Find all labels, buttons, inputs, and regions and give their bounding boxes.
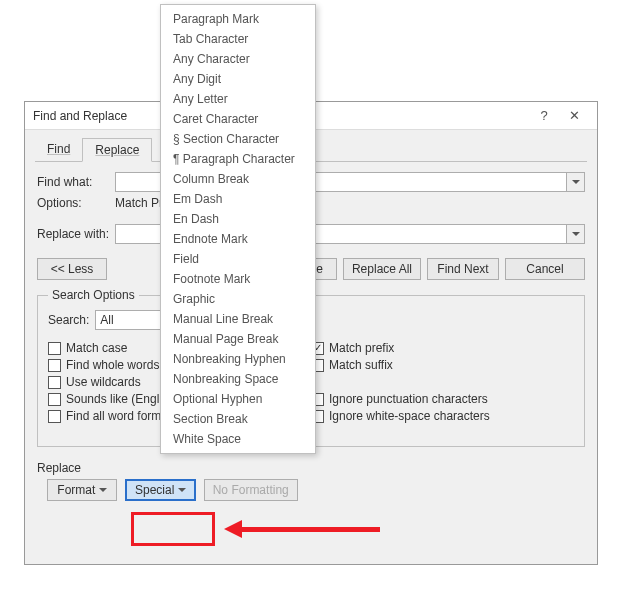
chevron-down-icon <box>99 488 107 492</box>
checkbox-ignore-white-space-characters[interactable]: Ignore white-space characters <box>311 409 574 423</box>
options-label: Options: <box>37 196 115 210</box>
special-menu-item[interactable]: Section Break <box>161 409 315 429</box>
search-direction-label: Search: <box>48 313 89 327</box>
checkbox-label: Ignore white-space characters <box>329 409 490 423</box>
checkbox-box <box>48 359 61 372</box>
checkbox-ignore-punctuation-characters[interactable]: Ignore punctuation characters <box>311 392 574 406</box>
special-menu-item[interactable]: En Dash <box>161 209 315 229</box>
find-next-button[interactable]: Find Next <box>427 258 499 280</box>
special-menu-item[interactable]: Paragraph Mark <box>161 9 315 29</box>
special-button[interactable]: Special <box>125 479 196 501</box>
special-menu-item[interactable]: Nonbreaking Hyphen <box>161 349 315 369</box>
cancel-button[interactable]: Cancel <box>505 258 585 280</box>
less-button[interactable]: << Less <box>37 258 107 280</box>
chevron-down-icon <box>572 232 580 236</box>
replace-with-label: Replace with: <box>37 227 115 241</box>
replace-format-section: Replace Format Special No Formatting <box>37 461 585 501</box>
checkbox-match-prefix[interactable]: ✓Match prefix <box>311 341 574 355</box>
checkbox-box <box>48 342 61 355</box>
special-menu-item[interactable]: Manual Page Break <box>161 329 315 349</box>
chevron-down-icon <box>178 488 186 492</box>
special-menu-item[interactable]: Graphic <box>161 289 315 309</box>
checkbox-label: Ignore punctuation characters <box>329 392 488 406</box>
special-menu-item[interactable]: Any Digit <box>161 69 315 89</box>
special-menu-item[interactable]: Field <box>161 249 315 269</box>
special-menu-item[interactable]: Column Break <box>161 169 315 189</box>
checkbox-label: Match suffix <box>329 358 393 372</box>
replace-with-dropdown[interactable] <box>566 225 584 243</box>
chevron-down-icon <box>572 180 580 184</box>
search-options-right-col: ✓Match prefixMatch suffixIgnore punctuat… <box>311 338 574 426</box>
checkbox-box <box>48 376 61 389</box>
special-menu-item[interactable]: Any Letter <box>161 89 315 109</box>
checkbox-match-suffix[interactable]: Match suffix <box>311 358 574 372</box>
special-menu-item[interactable]: Any Character <box>161 49 315 69</box>
find-what-label: Find what: <box>37 175 115 189</box>
replace-section-label: Replace <box>37 461 585 475</box>
replace-all-button[interactable]: Replace All <box>343 258 421 280</box>
special-menu-item[interactable]: Manual Line Break <box>161 309 315 329</box>
special-menu: Paragraph MarkTab CharacterAny Character… <box>160 4 316 454</box>
special-menu-item[interactable]: Em Dash <box>161 189 315 209</box>
checkbox-label: Use wildcards <box>66 375 141 389</box>
format-button[interactable]: Format <box>47 479 117 501</box>
special-menu-item[interactable]: White Space <box>161 429 315 449</box>
find-what-dropdown[interactable] <box>566 173 584 191</box>
checkbox-label: Match prefix <box>329 341 394 355</box>
special-menu-item[interactable]: Endnote Mark <box>161 229 315 249</box>
help-button[interactable]: ? <box>529 108 559 123</box>
special-menu-item[interactable]: Nonbreaking Space <box>161 369 315 389</box>
search-options-legend: Search Options <box>48 288 139 302</box>
checkbox-label: Match case <box>66 341 127 355</box>
special-menu-item[interactable]: ¶ Paragraph Character <box>161 149 315 169</box>
special-menu-item[interactable]: Caret Character <box>161 109 315 129</box>
tab-find[interactable]: Find <box>35 138 82 162</box>
checkbox-box <box>48 393 61 406</box>
tab-replace[interactable]: Replace <box>82 138 152 162</box>
checkbox-box <box>48 410 61 423</box>
special-menu-item[interactable]: Optional Hyphen <box>161 389 315 409</box>
special-menu-item[interactable]: § Section Character <box>161 129 315 149</box>
special-menu-item[interactable]: Footnote Mark <box>161 269 315 289</box>
special-menu-item[interactable]: Tab Character <box>161 29 315 49</box>
close-button[interactable]: ✕ <box>559 108 589 123</box>
no-formatting-button[interactable]: No Formatting <box>204 479 298 501</box>
